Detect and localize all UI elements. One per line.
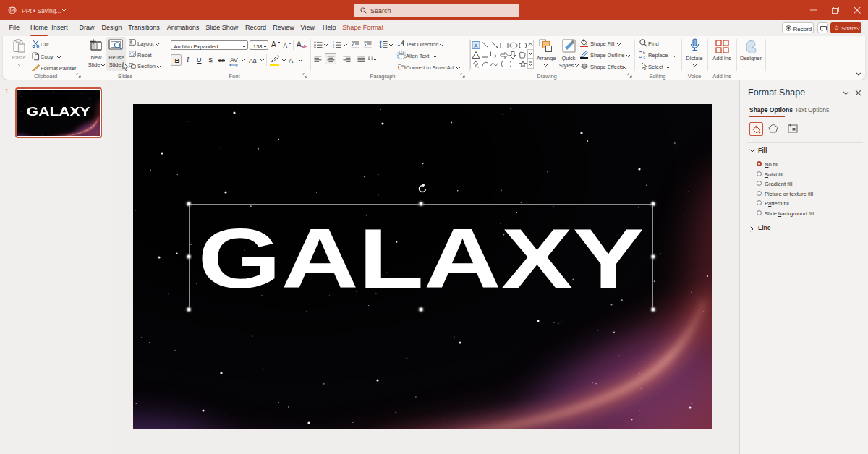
svg-text:3: 3: [333, 46, 334, 48]
svg-text:A: A: [401, 41, 404, 46]
svg-text:GALAXY: GALAXY: [27, 105, 90, 119]
svg-text:A: A: [474, 43, 477, 49]
svg-text:c: c: [644, 55, 646, 59]
